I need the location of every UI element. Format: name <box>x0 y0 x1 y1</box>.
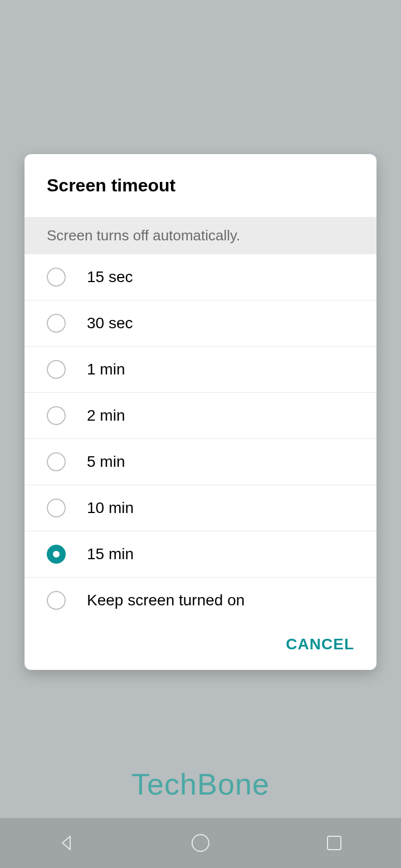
radio-icon <box>47 452 66 471</box>
dialog-footer: CANCEL <box>25 623 376 670</box>
option-item-2[interactable]: 1 min <box>25 347 376 393</box>
option-label: 2 min <box>87 407 125 425</box>
dialog-subtitle: Screen turns off automatically. <box>25 217 376 254</box>
radio-icon <box>47 545 66 564</box>
option-item-5[interactable]: 10 min <box>25 485 376 531</box>
option-item-7[interactable]: Keep screen turned on <box>25 578 376 623</box>
options-list: 15 sec30 sec1 min2 min5 min10 min15 minK… <box>25 254 376 623</box>
cancel-button[interactable]: CANCEL <box>286 635 354 653</box>
radio-icon <box>47 360 66 379</box>
option-label: 15 min <box>87 545 134 563</box>
option-label: 30 sec <box>87 314 133 332</box>
option-item-3[interactable]: 2 min <box>25 393 376 439</box>
option-label: Keep screen turned on <box>87 591 244 609</box>
screen-timeout-dialog: Screen timeout Screen turns off automati… <box>25 154 376 670</box>
option-label: 1 min <box>87 361 125 378</box>
option-label: 5 min <box>87 453 125 471</box>
option-label: 10 min <box>87 499 134 517</box>
option-item-6[interactable]: 15 min <box>25 531 376 578</box>
radio-icon <box>47 591 66 610</box>
radio-icon <box>47 499 66 517</box>
option-item-4[interactable]: 5 min <box>25 439 376 485</box>
radio-icon <box>47 268 66 287</box>
dialog-overlay: Screen timeout Screen turns off automati… <box>0 0 401 868</box>
radio-icon <box>47 314 66 333</box>
option-item-0[interactable]: 15 sec <box>25 254 376 300</box>
option-item-1[interactable]: 30 sec <box>25 300 376 347</box>
option-label: 15 sec <box>87 268 133 286</box>
dialog-title: Screen timeout <box>25 154 376 217</box>
radio-icon <box>47 406 66 425</box>
